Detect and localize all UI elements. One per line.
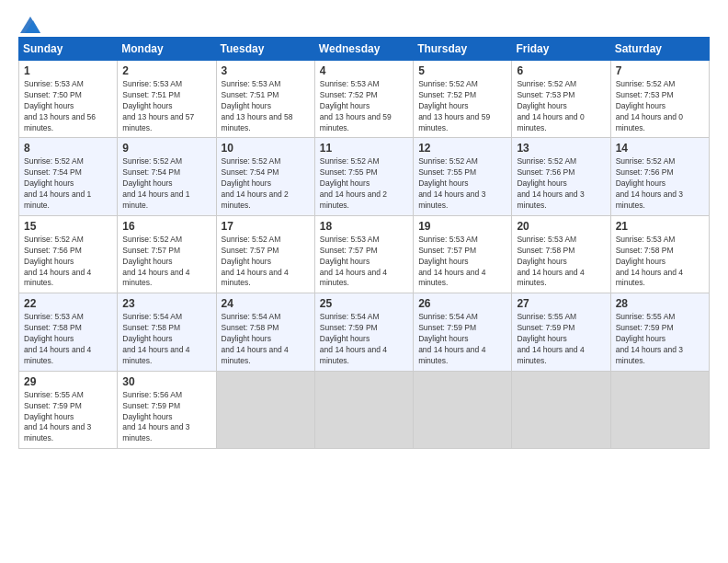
day-info: Sunrise: 5:53 AM Sunset: 7:51 PM Dayligh…	[222, 79, 310, 133]
day-info: Sunrise: 5:52 AM Sunset: 7:55 PM Dayligh…	[418, 156, 506, 211]
day-number: 8	[24, 142, 112, 155]
col-header-monday: Monday	[118, 38, 216, 61]
day-cell-5-6	[610, 371, 709, 448]
col-header-thursday: Thursday	[414, 38, 512, 61]
day-number: 12	[418, 142, 506, 155]
day-info: Sunrise: 5:52 AM Sunset: 7:54 PM Dayligh…	[222, 156, 310, 211]
day-cell-1-5: 6 Sunrise: 5:52 AM Sunset: 7:53 PM Dayli…	[512, 61, 610, 138]
day-info: Sunrise: 5:52 AM Sunset: 7:56 PM Dayligh…	[517, 156, 605, 211]
day-cell-2-2: 10 Sunrise: 5:52 AM Sunset: 7:54 PM Dayl…	[216, 138, 314, 215]
day-info: Sunrise: 5:54 AM Sunset: 7:59 PM Dayligh…	[418, 312, 506, 366]
day-number: 17	[222, 220, 310, 233]
day-number: 14	[616, 142, 704, 155]
day-cell-3-5: 20 Sunrise: 5:53 AM Sunset: 7:58 PM Dayl…	[512, 215, 610, 293]
day-info: Sunrise: 5:52 AM Sunset: 7:54 PM Dayligh…	[24, 156, 112, 211]
day-info: Sunrise: 5:53 AM Sunset: 7:57 PM Dayligh…	[320, 235, 408, 289]
day-number: 10	[222, 142, 310, 155]
day-number: 5	[418, 64, 506, 77]
day-info: Sunrise: 5:53 AM Sunset: 7:52 PM Dayligh…	[320, 79, 408, 133]
day-cell-4-3: 25 Sunrise: 5:54 AM Sunset: 7:59 PM Dayl…	[314, 293, 413, 371]
day-number: 22	[24, 297, 112, 310]
day-info: Sunrise: 5:53 AM Sunset: 7:51 PM Dayligh…	[122, 79, 210, 133]
day-number: 9	[122, 142, 210, 155]
day-info: Sunrise: 5:53 AM Sunset: 7:57 PM Dayligh…	[418, 235, 506, 289]
day-cell-2-4: 12 Sunrise: 5:52 AM Sunset: 7:55 PM Dayl…	[414, 138, 512, 215]
day-info: Sunrise: 5:55 AM Sunset: 7:59 PM Dayligh…	[616, 312, 704, 366]
day-cell-2-0: 8 Sunrise: 5:52 AM Sunset: 7:54 PM Dayli…	[19, 138, 118, 215]
day-info: Sunrise: 5:54 AM Sunset: 7:58 PM Dayligh…	[222, 312, 310, 366]
week-row-2: 8 Sunrise: 5:52 AM Sunset: 7:54 PM Dayli…	[19, 138, 710, 215]
day-info: Sunrise: 5:55 AM Sunset: 7:59 PM Dayligh…	[517, 312, 605, 366]
day-info: Sunrise: 5:53 AM Sunset: 7:58 PM Dayligh…	[24, 312, 112, 366]
col-header-saturday: Saturday	[610, 38, 709, 61]
day-number: 13	[517, 142, 605, 155]
day-info: Sunrise: 5:52 AM Sunset: 7:56 PM Dayligh…	[616, 156, 704, 211]
day-number: 28	[616, 297, 704, 310]
day-cell-1-2: 3 Sunrise: 5:53 AM Sunset: 7:51 PM Dayli…	[216, 61, 314, 138]
day-number: 23	[122, 297, 210, 310]
day-info: Sunrise: 5:55 AM Sunset: 7:59 PM Dayligh…	[24, 390, 112, 444]
day-number: 7	[616, 64, 704, 77]
day-number: 30	[122, 375, 210, 388]
day-cell-5-5	[512, 371, 610, 448]
day-cell-3-6: 21 Sunrise: 5:53 AM Sunset: 7:58 PM Dayl…	[610, 215, 709, 293]
day-info: Sunrise: 5:56 AM Sunset: 7:59 PM Dayligh…	[122, 390, 210, 444]
header	[18, 17, 710, 29]
day-cell-5-0: 29 Sunrise: 5:55 AM Sunset: 7:59 PM Dayl…	[19, 371, 118, 448]
day-cell-2-1: 9 Sunrise: 5:52 AM Sunset: 7:54 PM Dayli…	[118, 138, 216, 215]
day-cell-2-3: 11 Sunrise: 5:52 AM Sunset: 7:55 PM Dayl…	[314, 138, 413, 215]
day-info: Sunrise: 5:52 AM Sunset: 7:53 PM Dayligh…	[616, 79, 704, 133]
day-number: 6	[517, 64, 605, 77]
day-number: 21	[616, 220, 704, 233]
day-number: 4	[320, 64, 408, 77]
day-cell-1-3: 4 Sunrise: 5:53 AM Sunset: 7:52 PM Dayli…	[314, 61, 413, 138]
day-info: Sunrise: 5:52 AM Sunset: 7:53 PM Dayligh…	[517, 79, 605, 133]
day-cell-3-2: 17 Sunrise: 5:52 AM Sunset: 7:57 PM Dayl…	[216, 215, 314, 293]
day-number: 15	[24, 220, 112, 233]
day-info: Sunrise: 5:53 AM Sunset: 7:58 PM Dayligh…	[616, 235, 704, 289]
day-number: 16	[122, 220, 210, 233]
calendar-table: SundayMondayTuesdayWednesdayThursdayFrid…	[18, 37, 710, 449]
col-header-wednesday: Wednesday	[314, 38, 413, 61]
day-cell-4-1: 23 Sunrise: 5:54 AM Sunset: 7:58 PM Dayl…	[118, 293, 216, 371]
day-cell-3-1: 16 Sunrise: 5:52 AM Sunset: 7:57 PM Dayl…	[118, 215, 216, 293]
day-cell-2-6: 14 Sunrise: 5:52 AM Sunset: 7:56 PM Dayl…	[610, 138, 709, 215]
day-info: Sunrise: 5:54 AM Sunset: 7:59 PM Dayligh…	[320, 312, 408, 366]
day-number: 20	[517, 220, 605, 233]
day-number: 19	[418, 220, 506, 233]
day-cell-3-0: 15 Sunrise: 5:52 AM Sunset: 7:56 PM Dayl…	[19, 215, 118, 293]
logo-icon	[20, 17, 40, 33]
day-cell-3-4: 19 Sunrise: 5:53 AM Sunset: 7:57 PM Dayl…	[414, 215, 512, 293]
col-header-friday: Friday	[512, 38, 610, 61]
week-row-5: 29 Sunrise: 5:55 AM Sunset: 7:59 PM Dayl…	[19, 371, 710, 448]
day-info: Sunrise: 5:52 AM Sunset: 7:57 PM Dayligh…	[222, 235, 310, 289]
day-info: Sunrise: 5:53 AM Sunset: 7:50 PM Dayligh…	[24, 79, 112, 133]
day-number: 25	[320, 297, 408, 310]
day-info: Sunrise: 5:52 AM Sunset: 7:54 PM Dayligh…	[122, 156, 210, 211]
day-cell-4-0: 22 Sunrise: 5:53 AM Sunset: 7:58 PM Dayl…	[19, 293, 118, 371]
day-cell-4-5: 27 Sunrise: 5:55 AM Sunset: 7:59 PM Dayl…	[512, 293, 610, 371]
day-cell-5-2	[216, 371, 314, 448]
day-cell-4-4: 26 Sunrise: 5:54 AM Sunset: 7:59 PM Dayl…	[414, 293, 512, 371]
week-row-3: 15 Sunrise: 5:52 AM Sunset: 7:56 PM Dayl…	[19, 215, 710, 293]
day-cell-4-6: 28 Sunrise: 5:55 AM Sunset: 7:59 PM Dayl…	[610, 293, 709, 371]
day-number: 26	[418, 297, 506, 310]
day-number: 29	[24, 375, 112, 388]
day-cell-5-3	[314, 371, 413, 448]
day-info: Sunrise: 5:52 AM Sunset: 7:52 PM Dayligh…	[418, 79, 506, 133]
day-info: Sunrise: 5:52 AM Sunset: 7:56 PM Dayligh…	[24, 235, 112, 289]
week-row-1: 1 Sunrise: 5:53 AM Sunset: 7:50 PM Dayli…	[19, 61, 710, 138]
day-cell-1-4: 5 Sunrise: 5:52 AM Sunset: 7:52 PM Dayli…	[414, 61, 512, 138]
day-cell-1-1: 2 Sunrise: 5:53 AM Sunset: 7:51 PM Dayli…	[118, 61, 216, 138]
day-number: 27	[517, 297, 605, 310]
day-cell-1-0: 1 Sunrise: 5:53 AM Sunset: 7:50 PM Dayli…	[19, 61, 118, 138]
day-number: 2	[122, 64, 210, 77]
day-info: Sunrise: 5:54 AM Sunset: 7:58 PM Dayligh…	[122, 312, 210, 366]
day-cell-5-4	[414, 371, 512, 448]
calendar-page: SundayMondayTuesdayWednesdayThursdayFrid…	[0, 0, 728, 563]
col-header-sunday: Sunday	[19, 38, 118, 61]
day-cell-2-5: 13 Sunrise: 5:52 AM Sunset: 7:56 PM Dayl…	[512, 138, 610, 215]
day-cell-5-1: 30 Sunrise: 5:56 AM Sunset: 7:59 PM Dayl…	[118, 371, 216, 448]
day-number: 3	[222, 64, 310, 77]
day-number: 24	[222, 297, 310, 310]
